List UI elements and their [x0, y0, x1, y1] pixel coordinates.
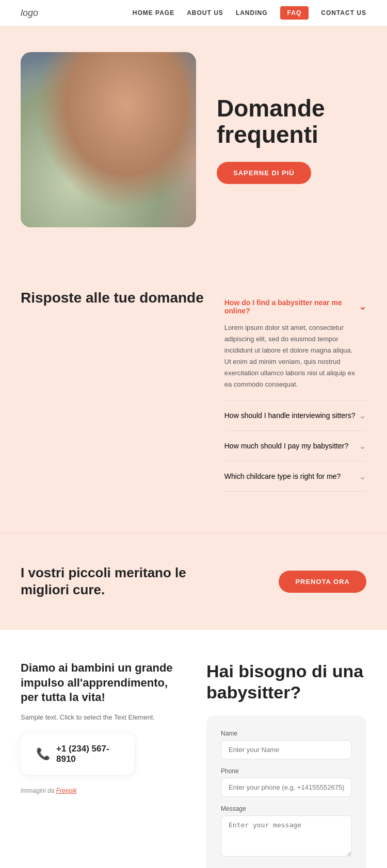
chevron-down-icon-4: ⌄ — [359, 471, 366, 482]
chevron-down-icon-3: ⌄ — [359, 440, 366, 452]
nav-link-contact[interactable]: CONTACT US — [321, 9, 366, 16]
faq-item-4: Which childcare type is right for me? ⌄ — [224, 461, 366, 492]
form-input-name[interactable] — [221, 740, 352, 759]
form-textarea-message[interactable] — [221, 815, 352, 857]
faq-question-4[interactable]: Which childcare type is right for me? ⌄ — [224, 471, 366, 482]
form-group-name: Name — [221, 730, 352, 759]
cta-button[interactable]: PRENOTA ORA — [279, 571, 366, 593]
form-group-message: Message — [221, 805, 352, 859]
faq-question-1[interactable]: How do I find a babysitter near me onlin… — [224, 298, 366, 315]
cta-title: I vostri piccoli meritano le migliori cu… — [21, 564, 196, 599]
faq-question-1-text: How do I find a babysitter near me onlin… — [224, 298, 359, 315]
contact-section: Diamo ai bambini un grande impulso all'a… — [0, 630, 387, 868]
freepik-label: Immagini da — [21, 787, 54, 794]
chevron-up-icon: ⌄ — [359, 301, 366, 312]
phone-icon: 📞 — [36, 747, 50, 761]
hero-title: Domande frequenti — [217, 95, 366, 147]
nav-link-faq[interactable]: FAQ — [280, 6, 309, 20]
cta-section: I vostri piccoli meritano le migliori cu… — [0, 533, 387, 630]
faq-question-2-text: How should I handle interviewing sitters… — [224, 411, 356, 420]
phone-number: +1 (234) 567-8910 — [56, 744, 119, 764]
hero-text: Domande frequenti SAPERNE DI PIÙ — [217, 95, 366, 184]
contact-right: Hai bisogno di una babysitter? Name Phon… — [206, 661, 366, 868]
faq-item-2: How should I handle interviewing sitters… — [224, 400, 366, 431]
faq-question-4-text: Which childcare type is right for me? — [224, 472, 341, 480]
faq-section: Risposte alle tue domande How do I find … — [0, 258, 387, 533]
nav-links: HOME PAGE ABOUT US LANDING FAQ CONTACT U… — [133, 6, 366, 20]
freepik-link[interactable]: Freepik — [56, 787, 77, 794]
freepik-credit: Immagini da Freepik — [21, 787, 181, 794]
hero-section: Domande frequenti SAPERNE DI PIÙ — [0, 26, 387, 258]
contact-left-title: Diamo ai bambini un grande impulso all'a… — [21, 661, 181, 705]
phone-card: 📞 +1 (234) 567-8910 — [21, 733, 134, 775]
form-label-message: Message — [221, 805, 352, 812]
hero-image — [21, 52, 196, 227]
contact-sample-text: Sample text. Click to select the Text El… — [21, 713, 181, 721]
faq-question-3[interactable]: How much should I pay my babysitter? ⌄ — [224, 440, 366, 452]
contact-form-title: Hai bisogno di una babysitter? — [206, 661, 366, 703]
navbar: logo HOME PAGE ABOUT US LANDING FAQ CONT… — [0, 0, 387, 26]
faq-left-title: Risposte alle tue domande — [21, 289, 204, 307]
faq-question-3-text: How much should I pay my babysitter? — [224, 442, 348, 450]
logo: logo — [21, 8, 38, 19]
faq-left: Risposte alle tue domande — [21, 289, 204, 307]
faq-question-2[interactable]: How should I handle interviewing sitters… — [224, 410, 366, 421]
faq-item-1: How do I find a babysitter near me onlin… — [224, 289, 366, 400]
hero-image-placeholder — [21, 52, 196, 227]
nav-link-homepage[interactable]: HOME PAGE — [133, 9, 174, 16]
faq-questions: How do I find a babysitter near me onlin… — [224, 289, 366, 492]
contact-left: Diamo ai bambini un grande impulso all'a… — [21, 661, 181, 794]
form-label-phone: Phone — [221, 767, 352, 775]
chevron-down-icon-2: ⌄ — [359, 410, 366, 421]
faq-item-3: How much should I pay my babysitter? ⌄ — [224, 431, 366, 461]
nav-link-about[interactable]: ABOUT US — [187, 9, 223, 16]
nav-link-landing[interactable]: LANDING — [236, 9, 268, 16]
form-label-name: Name — [221, 730, 352, 737]
faq-answer-1: Lorem ipsum dolor sit amet, consectetur … — [224, 322, 366, 391]
hero-cta-button[interactable]: SAPERNE DI PIÙ — [217, 162, 311, 184]
form-group-phone: Phone — [221, 767, 352, 797]
form-input-phone[interactable] — [221, 778, 352, 797]
contact-form-card: Name Phone Message RICHIESTA DI CHIAMATA — [206, 715, 366, 868]
